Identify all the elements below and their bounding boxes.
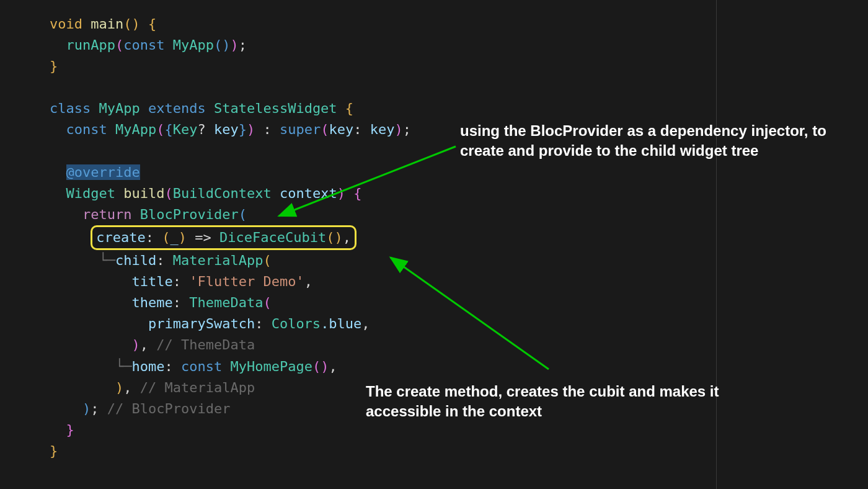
annotation-bloc-provider: using the BlocProvider as a dependency i… <box>460 121 857 161</box>
code-line: void main() { <box>50 14 868 35</box>
code-line: Widget build(BuildContext context) { <box>50 183 868 204</box>
code-line: } <box>50 441 868 462</box>
code-line: primarySwatch: Colors.blue, <box>50 313 868 334</box>
code-line: } <box>50 419 868 441</box>
code-line: theme: ThemeData( <box>50 292 868 313</box>
code-line: return BlocProvider( <box>50 204 868 225</box>
code-line: └─home: const MyHomePage(), <box>50 356 868 377</box>
code-line: } <box>50 56 868 77</box>
code-line: runApp(const MyApp()); <box>50 35 868 56</box>
code-line: @override <box>50 162 868 183</box>
code-line: title: 'Flutter Demo', <box>50 271 868 292</box>
code-line: ), // ThemeData <box>50 334 868 356</box>
code-line <box>50 77 868 98</box>
code-line: create: (_) => DiceFaceCubit(), <box>50 225 868 250</box>
highlight-create-line: create: (_) => DiceFaceCubit(), <box>91 225 356 250</box>
code-line: class MyApp extends StatelessWidget { <box>50 98 868 119</box>
annotation-create-method: The create method, creates the cubit and… <box>366 382 763 422</box>
code-line: └─child: MaterialApp( <box>50 250 868 271</box>
